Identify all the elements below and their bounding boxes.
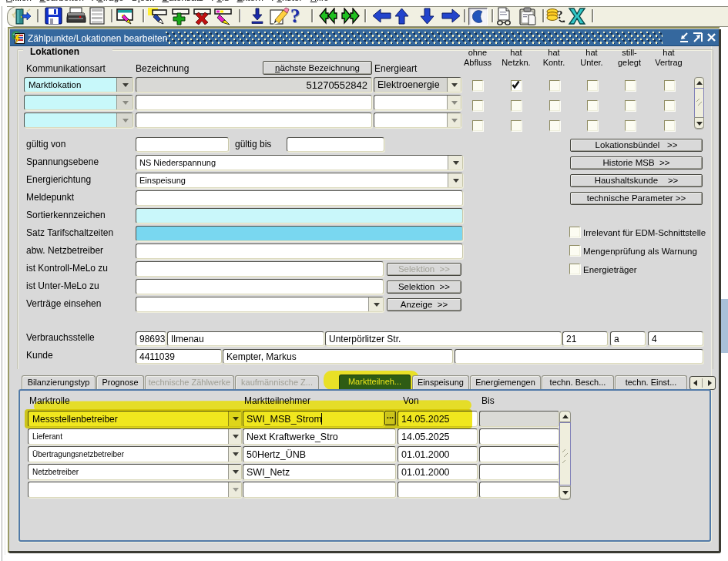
svg-text:?: ? — [557, 8, 563, 21]
